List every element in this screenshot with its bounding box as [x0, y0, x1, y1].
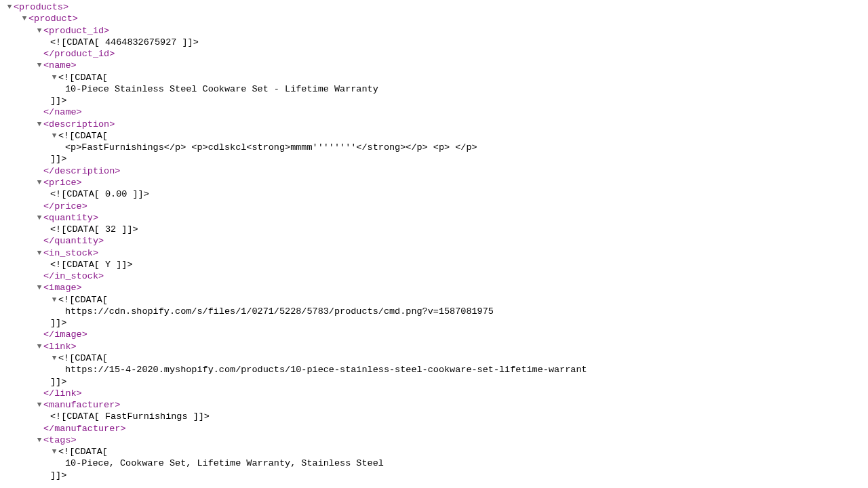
tag-product-id-open: <product_id>: [43, 26, 109, 36]
tag-tags-open: <tags>: [43, 435, 77, 445]
tag-description-close: </description>: [43, 166, 120, 176]
cdata-open: <![CDATA[: [58, 73, 108, 83]
image-cdata-open[interactable]: ▼<![CDATA[: [0, 294, 868, 306]
toggle-icon[interactable]: ▼: [35, 119, 43, 129]
tag-price-close: </price>: [43, 201, 87, 211]
products-open[interactable]: ▼<products>: [0, 1, 868, 13]
spacer: [35, 271, 43, 281]
in-stock-close: </in_stock>: [0, 270, 868, 282]
toggle-icon[interactable]: ▼: [35, 60, 43, 70]
spacer: [35, 388, 43, 398]
tag-name-close: </name>: [43, 107, 82, 117]
price-close: </price>: [0, 201, 868, 212]
tag-in-stock-open: <in_stock>: [43, 248, 98, 258]
cdata-value: <![CDATA[ Y ]]>: [50, 260, 133, 270]
tag-manufacturer-close: </manufacturer>: [43, 424, 126, 434]
tag-name-open: <name>: [43, 60, 77, 70]
toggle-icon[interactable]: ▼: [35, 342, 43, 351]
image-close: </image>: [0, 329, 868, 340]
tag-image-close: </image>: [43, 329, 87, 340]
cdata-open: <![CDATA[: [58, 353, 108, 363]
price-open[interactable]: ▼<price>: [0, 177, 868, 188]
toggle-icon[interactable]: ▼: [35, 400, 43, 409]
in-stock-open[interactable]: ▼<in_stock>: [0, 247, 868, 259]
toggle-icon[interactable]: ▼: [35, 248, 43, 258]
cdata-value: <![CDATA[ 4464832675927 ]]>: [50, 37, 199, 47]
text-value: <p>FastFurnishings</p> <p>cdlskcl<strong…: [65, 142, 477, 152]
name-cdata-open[interactable]: ▼<![CDATA[: [0, 72, 868, 83]
quantity-close: </quantity>: [0, 235, 868, 247]
cdata-open: <![CDATA[: [58, 447, 108, 457]
toggle-icon[interactable]: ▼: [50, 295, 58, 304]
toggle-icon[interactable]: ▼: [35, 178, 43, 187]
cdata-value: <![CDATA[ 0.00 ]]>: [50, 189, 149, 199]
toggle-icon[interactable]: ▼: [35, 435, 43, 445]
name-cdata-close: ]]>: [0, 95, 868, 106]
cdata-value: <![CDATA[ FastFurnishings ]]>: [50, 411, 210, 422]
product-id-cdata: <![CDATA[ 4464832675927 ]]>: [0, 37, 868, 48]
description-value: <p>FastFurnishings</p> <p>cdlskcl<strong…: [0, 142, 868, 153]
cdata-close: ]]>: [50, 318, 66, 328]
name-close: </name>: [0, 106, 868, 118]
product-id-open[interactable]: ▼<product_id>: [0, 25, 868, 37]
description-open[interactable]: ▼<description>: [0, 119, 868, 130]
toggle-icon[interactable]: ▼: [50, 131, 58, 140]
tag-quantity-open: <quantity>: [43, 213, 98, 223]
description-cdata-open[interactable]: ▼<![CDATA[: [0, 130, 868, 142]
xml-tree: ▼<products> ▼<product> ▼<product_id> <![…: [0, 0, 868, 481]
toggle-icon[interactable]: ▼: [35, 213, 43, 222]
cdata-close: ]]>: [50, 154, 66, 164]
link-open[interactable]: ▼<link>: [0, 341, 868, 352]
tag-in-stock-close: </in_stock>: [43, 271, 104, 281]
image-open[interactable]: ▼<image>: [0, 282, 868, 293]
price-cdata: <![CDATA[ 0.00 ]]>: [0, 188, 868, 200]
toggle-icon[interactable]: ▼: [35, 283, 43, 292]
cdata-close: ]]>: [50, 96, 66, 106]
toggle-icon[interactable]: ▼: [50, 353, 58, 363]
product-id-close: </product_id>: [0, 48, 868, 60]
toggle-icon[interactable]: ▼: [50, 73, 58, 82]
text-value: 10-Piece Stainless Steel Cookware Set - …: [65, 84, 378, 94]
cdata-close: ]]>: [50, 377, 66, 387]
tag-link-open: <link>: [43, 342, 77, 352]
spacer: [35, 201, 43, 211]
tags-open[interactable]: ▼<tags>: [0, 434, 868, 446]
description-close: </description>: [0, 165, 868, 177]
manufacturer-cdata: <![CDATA[ FastFurnishings ]]>: [0, 411, 868, 422]
text-value: https://15-4-2020.myshopify.com/products…: [65, 365, 587, 375]
manufacturer-open[interactable]: ▼<manufacturer>: [0, 399, 868, 411]
name-open[interactable]: ▼<name>: [0, 60, 868, 71]
spacer: [35, 166, 43, 176]
product-open[interactable]: ▼<product>: [0, 13, 868, 24]
toggle-icon[interactable]: ▼: [20, 14, 28, 23]
spacer: [35, 49, 43, 58]
text-value: https://cdn.shopify.com/s/files/1/0271/5…: [65, 306, 494, 317]
link-cdata-close: ]]>: [0, 376, 868, 388]
quantity-open[interactable]: ▼<quantity>: [0, 212, 868, 224]
link-close: </link>: [0, 388, 868, 399]
tag-image-open: <image>: [43, 283, 82, 293]
tags-cdata-open[interactable]: ▼<![CDATA[: [0, 446, 868, 458]
spacer: [35, 329, 43, 339]
spacer: [35, 424, 43, 433]
in-stock-cdata: <![CDATA[ Y ]]>: [0, 259, 868, 270]
image-cdata-close: ]]>: [0, 317, 868, 329]
tag-link-close: </link>: [43, 388, 82, 399]
cdata-open: <![CDATA[: [58, 295, 108, 305]
text-value: 10-Piece, Cookware Set, Lifetime Warrant…: [65, 458, 384, 468]
tag-products-open: <products>: [14, 2, 68, 12]
quantity-cdata: <![CDATA[ 32 ]]>: [0, 224, 868, 235]
toggle-icon[interactable]: ▼: [5, 2, 14, 12]
tag-description-open: <description>: [43, 119, 115, 129]
name-value: 10-Piece Stainless Steel Cookware Set - …: [0, 83, 868, 95]
image-value: https://cdn.shopify.com/s/files/1/0271/5…: [0, 306, 868, 317]
spacer: [35, 107, 43, 117]
link-cdata-open[interactable]: ▼<![CDATA[: [0, 352, 868, 364]
toggle-icon[interactable]: ▼: [35, 26, 43, 35]
toggle-icon[interactable]: ▼: [50, 447, 58, 456]
manufacturer-close: </manufacturer>: [0, 423, 868, 434]
tag-manufacturer-open: <manufacturer>: [43, 400, 120, 410]
tag-quantity-close: </quantity>: [43, 236, 104, 246]
tags-cdata-close: ]]>: [0, 470, 868, 481]
cdata-value: <![CDATA[ 32 ]]>: [50, 224, 138, 235]
